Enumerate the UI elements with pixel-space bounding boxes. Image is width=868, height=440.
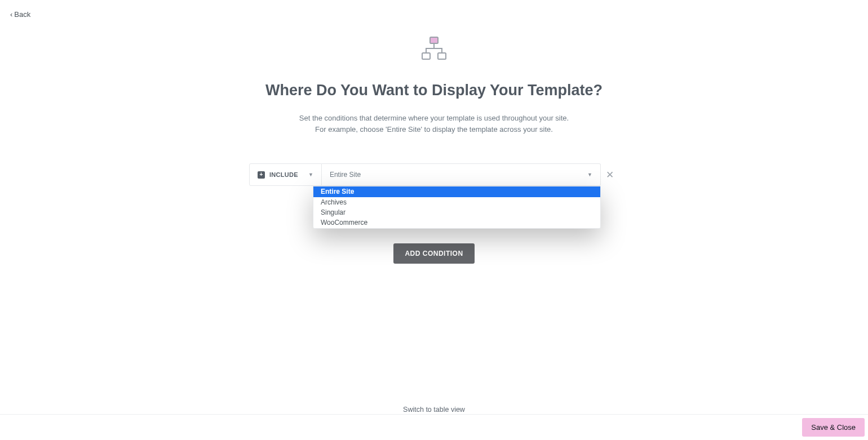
dropdown-option-archives[interactable]: Archives <box>313 197 600 207</box>
description-line-2: For example, choose 'Entire Site' to dis… <box>299 124 569 135</box>
caret-down-icon: ▼ <box>308 172 313 177</box>
include-label: INCLUDE <box>269 171 298 178</box>
svg-rect-0 <box>430 37 438 43</box>
dropdown-option-woocommerce[interactable]: WooCommerce <box>313 217 600 228</box>
close-icon: ✕ <box>606 169 614 181</box>
svg-rect-1 <box>422 53 430 59</box>
back-label: Back <box>14 10 30 19</box>
select-value: Entire Site <box>330 171 361 179</box>
condition-row: + INCLUDE ▼ Entire Site ▼ ✕ <box>249 163 619 186</box>
conditions-area: + INCLUDE ▼ Entire Site ▼ ✕ Entire Site … <box>249 163 619 186</box>
description-line-1: Set the conditions that determine where … <box>299 113 569 124</box>
location-select[interactable]: Entire Site ▼ <box>322 163 601 186</box>
remove-condition-button[interactable]: ✕ <box>601 163 619 186</box>
chevron-left-icon: ‹ <box>10 11 12 18</box>
location-dropdown: Entire Site Archives Singular WooCommerc… <box>313 186 601 229</box>
plus-icon: + <box>258 171 265 179</box>
dropdown-option-singular[interactable]: Singular <box>313 207 600 217</box>
page-description: Set the conditions that determine where … <box>299 113 569 135</box>
sitemap-icon <box>420 37 448 60</box>
caret-down-icon: ▼ <box>587 172 592 177</box>
footer-bar: Save & Close <box>0 414 868 440</box>
add-condition-button[interactable]: ADD CONDITION <box>393 243 474 264</box>
main-content: Where Do You Want to Display Your Templa… <box>0 0 868 264</box>
switch-table-view-link[interactable]: Switch to table view <box>403 406 465 414</box>
back-button[interactable]: ‹ Back <box>10 10 30 19</box>
dropdown-option-entire-site[interactable]: Entire Site <box>313 186 600 197</box>
svg-rect-2 <box>438 53 446 59</box>
include-toggle[interactable]: + INCLUDE ▼ <box>249 163 322 186</box>
page-title: Where Do You Want to Display Your Templa… <box>265 82 603 99</box>
save-close-button[interactable]: Save & Close <box>802 418 865 437</box>
